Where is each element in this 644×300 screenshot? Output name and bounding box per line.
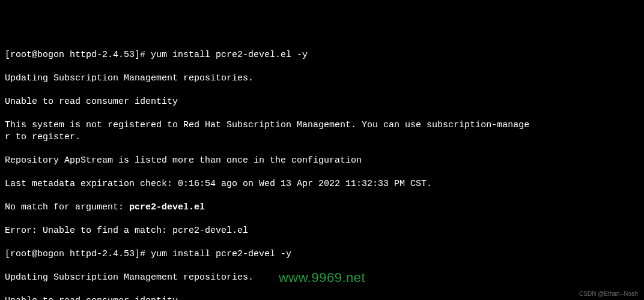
- command-text: yum install pcre2-devel.el -y: [151, 50, 308, 60]
- prompt-line-1: [root@bogon httpd-2.4.53]# yum install p…: [5, 49, 639, 61]
- output-line: Unable to read consumer identity: [5, 295, 639, 301]
- nomatch-prefix: No match for argument:: [5, 202, 129, 212]
- output-line: Repository AppStream is listed more than…: [5, 155, 639, 167]
- nomatch-package: pcre2-devel.el: [129, 202, 205, 212]
- credit-text: CSDN @Ethan--Noah: [579, 290, 638, 298]
- output-line: Updating Subscription Management reposit…: [5, 272, 639, 284]
- prompt-line-2: [root@bogon httpd-2.4.53]# yum install p…: [5, 248, 639, 260]
- prompt-prefix: [root@bogon httpd-2.4.53]#: [5, 50, 151, 60]
- error-line: Error: Unable to find a match: pcre2-dev…: [5, 225, 639, 237]
- output-line: This system is not registered to Red Hat…: [5, 119, 639, 143]
- output-line: Unable to read consumer identity: [5, 96, 639, 108]
- prompt-prefix: [root@bogon httpd-2.4.53]#: [5, 249, 151, 259]
- command-text: yum install pcre2-devel -y: [151, 249, 291, 259]
- output-line: Last metadata expiration check: 0:16:54 …: [5, 178, 639, 190]
- output-line: Updating Subscription Management reposit…: [5, 73, 639, 85]
- output-line: No match for argument: pcre2-devel.el: [5, 202, 639, 214]
